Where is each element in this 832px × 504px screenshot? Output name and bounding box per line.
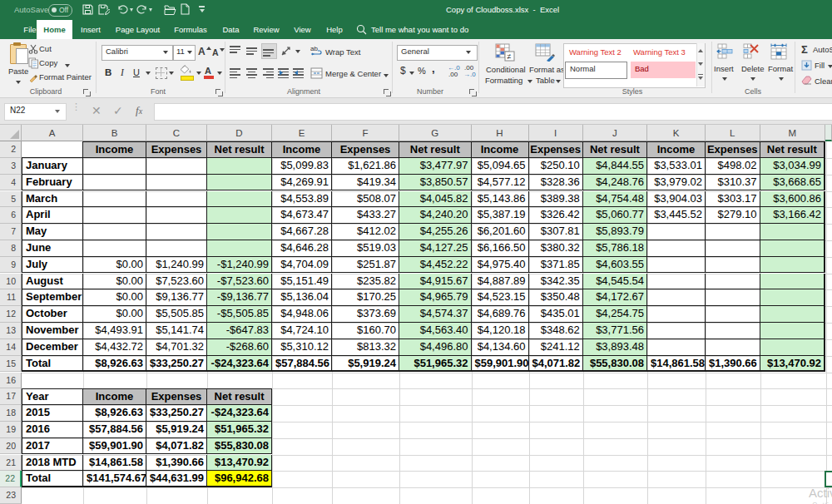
svg-text:≠: ≠ <box>508 52 512 61</box>
svg-text:ab: ab <box>310 45 318 52</box>
